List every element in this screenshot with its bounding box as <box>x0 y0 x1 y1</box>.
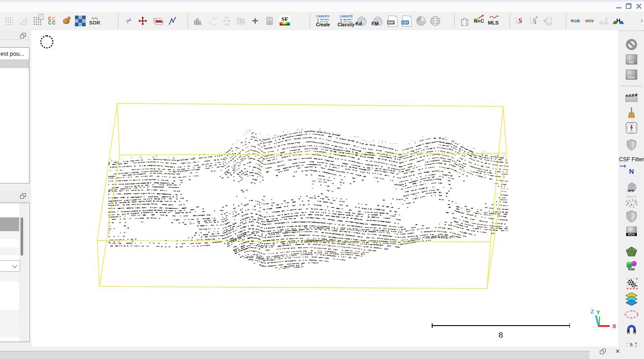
sor-filter-icon[interactable]: SOR <box>89 13 100 29</box>
toolbar-group-plugins: N+C MLS <box>459 12 499 29</box>
delete-scalar-field-icon[interactable] <box>235 13 246 29</box>
m3c2-icon[interactable]: M3C2 <box>625 195 638 208</box>
globe-grid-icon[interactable] <box>430 13 441 29</box>
scissors-segment-icon[interactable]: ✂ <box>123 13 134 29</box>
toolbar-separator <box>310 14 310 28</box>
status-bar <box>0 351 590 359</box>
csf-filter-label[interactable]: CSF Filter <box>619 156 644 163</box>
hue-histogram-icon[interactable]: H <box>613 13 624 29</box>
window-titlebar <box>0 0 644 12</box>
window-close-button[interactable] <box>636 3 641 9</box>
translate-rotate-icon[interactable] <box>137 13 148 29</box>
property-row-selected[interactable] <box>0 217 19 231</box>
layers-stack-icon[interactable] <box>625 292 638 306</box>
canupo-create-button[interactable]: CANUPOCreate <box>313 13 333 29</box>
mls-smoothing-icon[interactable]: MLS <box>488 13 499 29</box>
svg-text:Z: Z <box>590 308 594 315</box>
svg-text:HPR: HPR <box>627 189 634 192</box>
add-scalar-field-icon[interactable]: + <box>250 13 260 29</box>
property-row <box>0 231 19 239</box>
svg-text:X: X <box>612 323 616 330</box>
plugins-puzzle-icon[interactable] <box>459 13 470 29</box>
edl-shader-icon[interactable]: EDL <box>626 54 637 65</box>
kd-tree-icon[interactable]: Kd <box>355 16 367 26</box>
hsv-histogram-icon[interactable]: HSV <box>584 13 595 29</box>
axis-trihedron: Z Y X <box>584 306 618 333</box>
canupo-classify-button[interactable]: CANUPOClassify <box>336 13 356 29</box>
magnet-icon[interactable] <box>627 325 636 335</box>
left-dock: est pou... <box>0 30 31 347</box>
scale-bar-label: 8 <box>432 330 570 339</box>
gears-settings-icon[interactable] <box>625 277 638 290</box>
toolbar-group-edit: ✂ <box>123 12 178 29</box>
toolbar-overflow-chevron[interactable]: › <box>641 17 643 24</box>
sf-arithmetic-icon[interactable] <box>264 13 275 29</box>
shield-plugin-icon[interactable] <box>626 139 637 151</box>
gray-histogram-icon[interactable] <box>599 13 609 29</box>
shp-export-icon[interactable]: SHP <box>387 13 398 29</box>
mesh-sampling-icon[interactable] <box>18 13 29 29</box>
db-tree-panel: est pou... <box>0 47 29 184</box>
rgb-histogram-icon[interactable]: RGB <box>570 13 581 29</box>
toolbar-group-facets: S S <box>514 12 553 29</box>
main-toolbar: CCCC SOR ✂ μ,σ min <box>0 12 644 31</box>
unroll-cylinder-icon[interactable] <box>542 13 553 29</box>
properties-panel <box>0 203 29 342</box>
hpr-icon[interactable]: HPR <box>626 182 637 192</box>
3d-viewport[interactable]: 8 Z Y X <box>31 30 619 347</box>
sf-minmax-icon[interactable]: min max <box>221 13 232 29</box>
property-row <box>0 271 19 281</box>
console-close-button[interactable] <box>615 348 620 355</box>
contour-ellipse-icon[interactable] <box>624 310 639 319</box>
db-tree-float-button[interactable] <box>20 33 26 38</box>
chevron-down-icon <box>12 263 17 268</box>
segment-polyline-icon[interactable] <box>167 13 178 29</box>
console-float-button[interactable] <box>600 349 606 354</box>
cloudcompare-logo-icon[interactable]: CCCC <box>46 13 57 29</box>
checkerboard-icon[interactable] <box>75 13 86 29</box>
no-filter-icon[interactable] <box>625 38 638 51</box>
toolbar-group-color-histograms: RGB HSV H <box>570 12 624 29</box>
csv-export-icon[interactable]: CSV <box>401 13 412 29</box>
gaussian-filter-icon[interactable]: μ,σ <box>207 13 218 29</box>
subsample-cloud-icon[interactable] <box>4 13 14 29</box>
toolbar-separator <box>454 14 455 28</box>
fm-icon[interactable]: FM <box>371 16 384 26</box>
facets-classify-icon[interactable]: S <box>528 13 539 29</box>
sphere-pie-icon[interactable] <box>416 13 426 29</box>
bottom-dock-bar <box>0 347 644 359</box>
shield-plugin-icon-2[interactable] <box>626 210 637 223</box>
compute-normals-icon[interactable]: N <box>619 165 644 175</box>
svg-text:Y: Y <box>596 309 600 316</box>
properties-header <box>0 191 29 202</box>
scale-bar <box>432 325 570 326</box>
property-row <box>0 247 19 255</box>
ssao-shader-icon[interactable]: SSAO <box>626 69 637 80</box>
facets-extraction-icon[interactable]: S <box>514 13 524 29</box>
animation-clapper-icon[interactable] <box>625 92 638 102</box>
db-tree-selected-row[interactable] <box>0 59 29 68</box>
clay-sample-icon[interactable] <box>61 13 71 29</box>
properties-scrollbar-thumb[interactable] <box>21 217 23 256</box>
window-minimize-button[interactable] <box>616 3 622 9</box>
rsd-icon[interactable]: RSD <box>626 260 637 271</box>
toolbar-separator <box>566 14 566 28</box>
compass-icon[interactable] <box>626 122 637 134</box>
sidebar-separator <box>622 86 641 86</box>
cross-section-icon[interactable] <box>152 13 163 29</box>
right-plugin-sidebar: EDL SSAO CSF Filter N HPR M3C2 PCV RSD <box>619 30 644 359</box>
histogram-icon[interactable] <box>193 13 203 29</box>
pcv-icon[interactable]: PCV <box>626 226 637 236</box>
properties-dropdown[interactable] <box>0 260 20 272</box>
properties-float-button[interactable] <box>20 193 26 199</box>
facets-polyhedron-icon[interactable] <box>626 246 637 257</box>
pivot-point-icon <box>40 35 54 49</box>
point-list-picking-icon[interactable] <box>32 13 43 29</box>
window-restore-button[interactable] <box>626 3 632 9</box>
toolbar-group-io: Kd FM SHP CSV <box>355 12 441 29</box>
toolbar-group-canupo: CANUPOCreate CANUPOClassify <box>313 12 356 29</box>
clean-broom-icon[interactable] <box>627 107 636 119</box>
db-tree-item[interactable]: est pou... <box>0 48 29 59</box>
sf-color-scale-icon[interactable]: SF <box>278 13 291 29</box>
normals-plus-colors-icon[interactable]: N+C <box>474 13 484 29</box>
